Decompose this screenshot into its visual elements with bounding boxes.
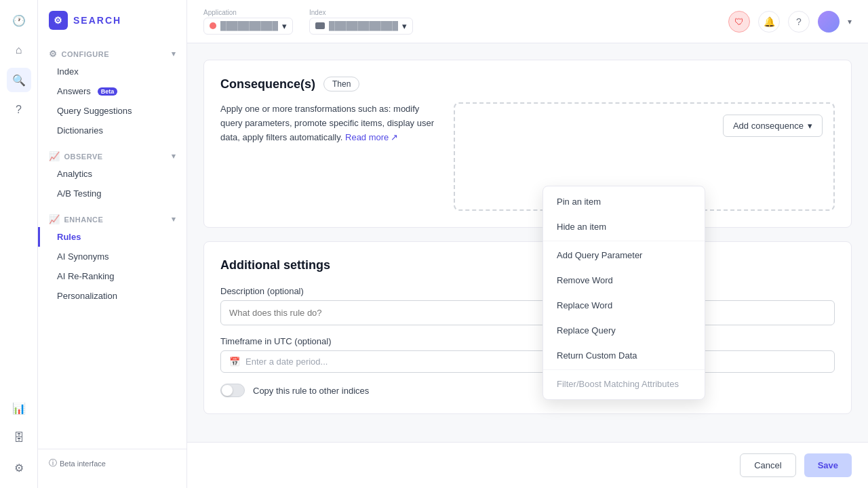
header-actions: 🛡 🔔 ? ▾ [728,11,852,33]
sidebar-label-rules: Rules [57,232,81,242]
sidebar-label-personalization: Personalization [57,291,117,301]
icon-bar: 🕐 ⌂ 🔍 ? 📊 🗄 ⚙ [0,0,38,488]
index-select[interactable]: ████████████ ▾ [309,18,413,35]
consequences-title: Consequence(s) [220,77,315,92]
sidebar-item-ab-testing[interactable]: A/B Testing [38,184,186,203]
consequences-body: Apply one or more transformations such a… [220,102,835,211]
sidebar-label-query-suggestions: Query Suggestions [57,106,132,116]
configure-section-header[interactable]: ⚙ CONFIGURE ▾ [38,43,186,62]
icon-bar-clock[interactable]: 🕐 [7,8,31,33]
date-placeholder: Enter a date period... [245,357,328,367]
return-custom-data-label: Return Custom Data [557,350,637,361]
sidebar-bottom: ⓘ Beta interface [38,449,186,477]
additional-settings-card: Additional settings Description (optiona… [203,241,852,414]
dropdown-item-remove-word[interactable]: Remove Word [543,268,705,293]
timeframe-label: Timeframe in UTC (optional) [220,336,835,346]
beta-interface-link[interactable]: ⓘ Beta interface [49,458,176,469]
sidebar-item-answers[interactable]: Answers Beta [38,81,186,101]
help-button[interactable]: ? [788,11,810,33]
sidebar-item-personalization[interactable]: Personalization [38,286,186,306]
dropdown-item-replace-word[interactable]: Replace Word [543,293,705,318]
sidebar-item-ai-synonyms[interactable]: AI Synonyms [38,247,186,266]
application-value: ██████████ [220,21,278,30]
calendar-icon: 📅 [229,357,240,367]
then-badge: Then [323,77,359,92]
sidebar-label-ai-synonyms: AI Synonyms [57,251,109,262]
copy-rule-toggle-row: Copy this rule to other indices [220,384,835,397]
sidebar-item-analytics[interactable]: Analytics [38,164,186,184]
shield-button[interactable]: 🛡 [728,11,750,33]
sidebar-label-index: Index [57,66,79,77]
application-chevron-icon: ▾ [282,21,287,31]
dropdown-item-pin[interactable]: Pin an item [543,189,705,214]
add-query-param-label: Add Query Parameter [557,250,642,260]
sidebar-item-rules[interactable]: Rules [38,227,186,247]
timeframe-form-row: Timeframe in UTC (optional) 📅 Enter a da… [220,336,835,373]
dropdown-divider-2 [543,369,705,370]
dropdown-item-replace-query[interactable]: Replace Query [543,318,705,343]
sidebar-label-ab-testing: A/B Testing [57,188,102,199]
index-label: Index [309,9,413,16]
icon-bar-chart[interactable]: 📊 [7,396,31,420]
icon-bar-search[interactable]: 🔍 [7,68,31,92]
description-group: Description (optional) [220,286,835,325]
additional-settings-title: Additional settings [220,258,835,272]
dropdown-divider-1 [543,241,705,241]
sidebar-label-answers: Answers [57,86,91,96]
sidebar-item-ai-reranking[interactable]: AI Re-Ranking [38,266,186,286]
sidebar-label-analytics: Analytics [57,169,92,179]
dropdown-item-return-custom[interactable]: Return Custom Data [543,343,705,368]
consequences-description: Apply one or more transformations such a… [220,102,437,144]
read-more-link[interactable]: Read more ↗ [345,131,398,145]
dropdown-item-filter-boost: Filter/Boost Matching Attributes [543,371,705,396]
cancel-button[interactable]: Cancel [740,453,795,477]
logo-icon: ⚙ [49,11,68,30]
application-label: Application [203,9,293,16]
user-avatar[interactable] [818,11,840,33]
settings-form-row: Description (optional) [220,286,835,325]
sidebar-item-index[interactable]: Index [38,62,186,81]
sidebar-item-dictionaries[interactable]: Dictionaries [38,121,186,140]
icon-bar-settings[interactable]: ⚙ [7,455,31,480]
sidebar: ⚙ SEARCH ⚙ CONFIGURE ▾ Index Answers Bet… [38,0,187,488]
sidebar-logo: ⚙ SEARCH [38,11,186,43]
index-selector: Index ████████████ ▾ [309,9,413,35]
remove-word-label: Remove Word [557,275,613,285]
beta-interface-label: Beta interface [60,460,106,468]
app-name: SEARCH [73,15,121,26]
replace-query-label: Replace Query [557,325,616,336]
enhance-section-header[interactable]: 📈 ENHANCE ▾ [38,209,186,227]
header: Application ██████████ ▾ Index █████████… [187,0,868,43]
copy-rule-toggle[interactable] [220,384,245,397]
add-consequence-label: Add consequence [733,121,804,131]
date-input[interactable]: 📅 Enter a date period... [220,350,835,373]
add-consequence-button[interactable]: Add consequence ▾ [723,115,823,137]
description-input[interactable] [220,300,835,325]
bell-button[interactable]: 🔔 [758,11,780,33]
icon-bar-home[interactable]: ⌂ [7,38,31,62]
replace-word-label: Replace Word [557,300,612,310]
description-label: Description (optional) [220,286,835,296]
sidebar-label-dictionaries: Dictionaries [57,125,103,136]
application-select[interactable]: ██████████ ▾ [203,18,293,35]
sidebar-label-ai-reranking: AI Re-Ranking [57,271,115,281]
configure-label: CONFIGURE [62,50,110,58]
consequences-description-text: Apply one or more transformations such a… [220,102,437,144]
header-user-chevron-icon[interactable]: ▾ [848,17,852,26]
beta-circle-icon: ⓘ [49,458,57,469]
index-icon [315,22,325,29]
hide-item-label: Hide an item [557,222,606,232]
icon-bar-help[interactable]: ? [7,98,31,122]
add-consequence-chevron-icon: ▾ [808,121,812,131]
observe-section-header[interactable]: 📈 OBSERVE ▾ [38,146,186,164]
add-consequence-dropdown: Pin an item Hide an item Add Query Param… [542,186,705,400]
consequences-title-row: Consequence(s) Then [220,77,835,92]
icon-bar-database[interactable]: 🗄 [7,426,31,450]
content-area: Consequence(s) Then Apply one or more tr… [187,43,868,442]
application-selector: Application ██████████ ▾ [203,9,293,35]
sidebar-item-query-suggestions[interactable]: Query Suggestions [38,101,186,121]
save-button[interactable]: Save [804,453,852,477]
observe-label: OBSERVE [64,152,103,161]
dropdown-item-hide[interactable]: Hide an item [543,214,705,239]
dropdown-item-add-query-param[interactable]: Add Query Parameter [543,243,705,268]
